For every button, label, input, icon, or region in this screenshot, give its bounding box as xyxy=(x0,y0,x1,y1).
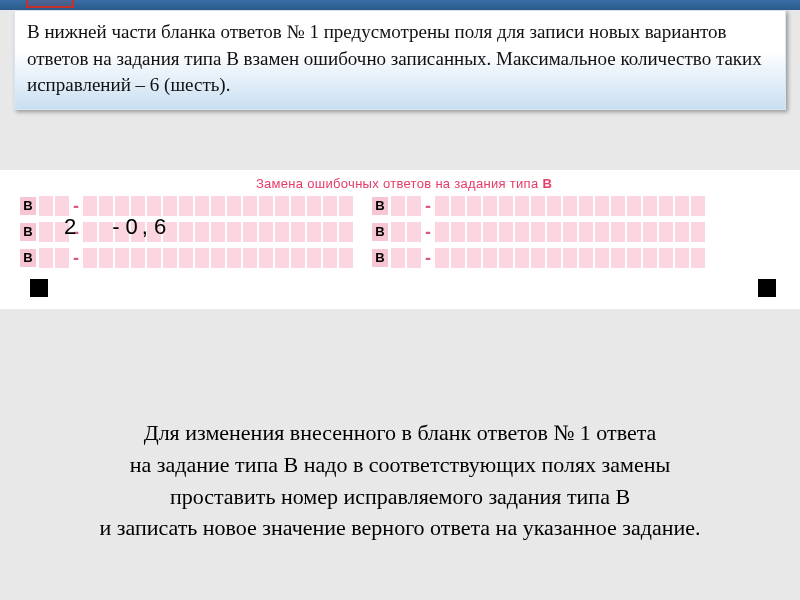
alignment-markers xyxy=(20,273,788,297)
window-title-bar xyxy=(0,0,800,10)
task-number-cells[interactable] xyxy=(390,221,422,243)
type-b-label: В xyxy=(20,223,36,241)
task-number-cells[interactable] xyxy=(390,247,422,269)
answer-replacement-form: Замена ошибочных ответов на задания типа… xyxy=(0,170,800,309)
answer-cells[interactable] xyxy=(82,247,354,269)
dash-separator: - xyxy=(422,197,434,215)
type-b-label: В xyxy=(372,223,388,241)
black-square-marker xyxy=(30,279,48,297)
form-header-prefix: Замена ошибочных ответов на задания типа xyxy=(256,176,539,191)
example-dash: - xyxy=(112,214,119,240)
dash-separator: - xyxy=(422,249,434,267)
example-filled-answer: 2 - 0 , 6 xyxy=(64,214,166,240)
replacement-group-right: В - xyxy=(372,247,706,269)
answer-cells[interactable] xyxy=(434,247,706,269)
instruction-line: Для изменения внесенного в бланк ответов… xyxy=(20,417,780,449)
task-number-cells[interactable] xyxy=(390,195,422,217)
dash-separator: - xyxy=(70,249,82,267)
type-b-label: В xyxy=(20,249,36,267)
red-corner-accent xyxy=(26,0,74,8)
task-number-cells[interactable] xyxy=(38,247,70,269)
type-b-label: В xyxy=(372,197,388,215)
replacement-group-left: В - xyxy=(20,247,354,269)
instruction-line: на задание типа В надо в соответствующих… xyxy=(20,449,780,481)
example-digit-2: 6 xyxy=(154,214,166,240)
instruction-paragraph: Для изменения внесенного в бланк ответов… xyxy=(0,417,800,545)
answer-cells[interactable] xyxy=(434,195,706,217)
info-text: В нижней части бланка ответов № 1 предус… xyxy=(27,21,762,95)
example-digit-1: 0 xyxy=(126,214,138,240)
example-task-number: 2 xyxy=(64,214,76,240)
instruction-line: и записать новое значение верного ответа… xyxy=(20,512,780,544)
form-header: Замена ошибочных ответов на задания типа… xyxy=(20,176,788,191)
dash-separator: - xyxy=(70,197,82,215)
dash-separator: - xyxy=(422,223,434,241)
black-square-marker xyxy=(758,279,776,297)
replacement-row: В - В - xyxy=(20,247,788,269)
replacement-group-right: В - xyxy=(372,221,706,243)
example-comma: , xyxy=(142,214,148,240)
type-b-label: В xyxy=(372,249,388,267)
instruction-line: проставить номер исправляемого задания т… xyxy=(20,481,780,513)
type-b-label: В xyxy=(20,197,36,215)
answer-cells[interactable] xyxy=(434,221,706,243)
info-callout: В нижней части бланка ответов № 1 предус… xyxy=(14,10,786,110)
form-header-suffix: В xyxy=(542,176,552,191)
replacement-group-right: В - xyxy=(372,195,706,217)
